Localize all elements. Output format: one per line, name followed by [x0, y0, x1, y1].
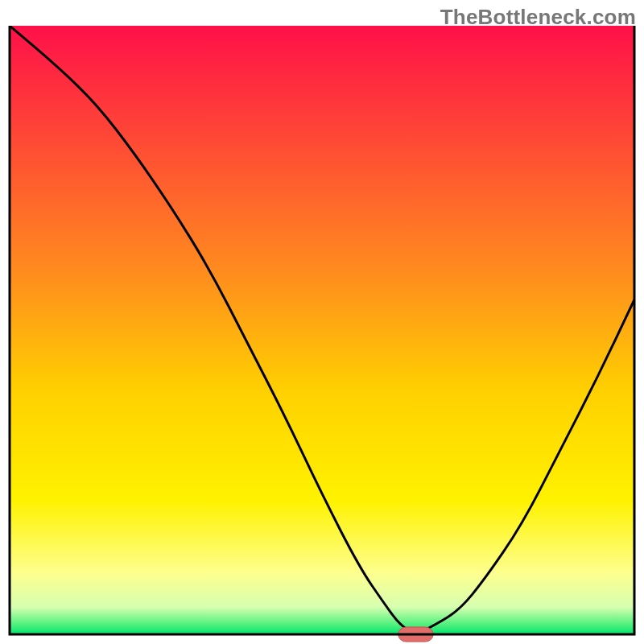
gradient-background [10, 26, 634, 634]
chart-container: TheBottleneck.com [0, 0, 644, 644]
bottleneck-chart [0, 0, 644, 644]
